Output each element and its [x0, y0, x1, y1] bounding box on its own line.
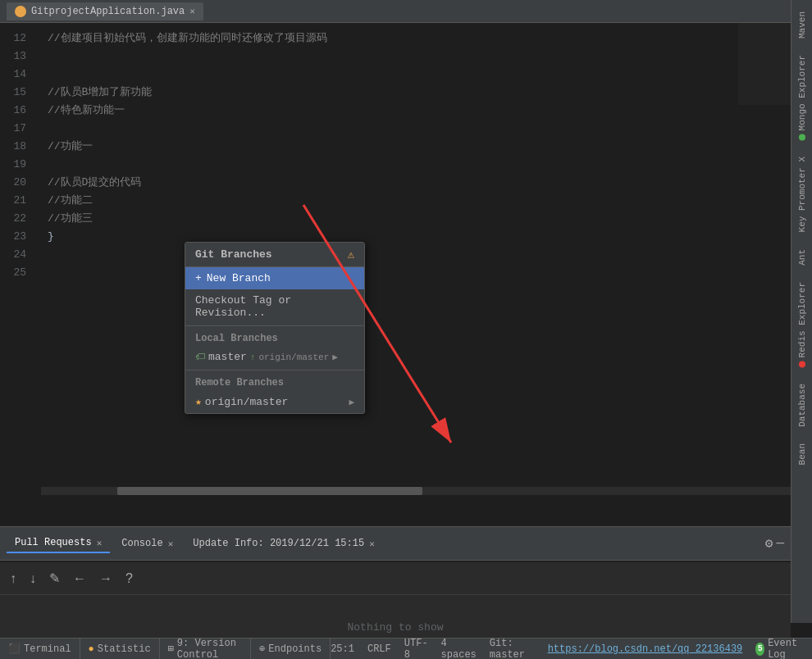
line-num: 22: [0, 210, 34, 228]
code-line: //功能二: [41, 192, 791, 210]
code-container: 12 13 14 15 16 17 18 19 20 21 22 23 24 2…: [0, 23, 791, 495]
checkout-tag-item[interactable]: Checkout Tag or Revision...: [185, 289, 364, 324]
mongo-label: Mongo Explorer: [797, 55, 807, 130]
pull-requests-tab[interactable]: Pull Requests ✕: [7, 534, 110, 553]
line-num: 23: [0, 228, 34, 246]
chevron-right-icon-2: ▶: [349, 397, 354, 407]
code-line: [41, 120, 791, 138]
h-scrollbar-thumb[interactable]: [117, 487, 422, 495]
redis-label: Redis Explorer: [797, 282, 807, 357]
line-num: 19: [0, 156, 34, 174]
code-line: //队员B增加了新功能: [41, 84, 791, 102]
terminal-icon: ⬛: [8, 643, 21, 655]
master-branch-item[interactable]: 🏷 master ↑ origin/master ▶: [185, 346, 364, 368]
plus-icon: +: [195, 272, 202, 284]
console-tab[interactable]: Console ✕: [113, 534, 181, 552]
new-branch-item[interactable]: + New Branch: [185, 267, 364, 289]
encoding: UTF-8: [404, 638, 428, 660]
help-button[interactable]: ?: [122, 570, 136, 588]
sidebar-tab-keypromote[interactable]: Key Promoter X: [794, 148, 810, 240]
editor-tab[interactable]: GitprojectApplication.java ✕: [7, 2, 203, 20]
version-control-label: 9: Version Control: [177, 638, 242, 660]
line-num: 24: [0, 246, 34, 264]
origin-master-ref: origin/master: [258, 352, 329, 362]
blog-url[interactable]: https://blog.csdn.net/qq_22136439: [548, 643, 743, 655]
database-label: Database: [797, 384, 807, 427]
bottom-toolbar: Pull Requests ✕ Console ✕ Update Info: 2…: [0, 526, 791, 561]
line-numbers: 12 13 14 15 16 17 18 19 20 21 22 23 24 2…: [0, 23, 41, 495]
sidebar-tab-ant[interactable]: Ant: [794, 241, 810, 274]
update-info-tab[interactable]: Update Info: 2019/12/21 15:15 ✕: [185, 534, 382, 552]
code-line: }: [41, 228, 791, 246]
new-branch-label: New Branch: [207, 272, 271, 284]
menu-divider: [185, 325, 364, 326]
status-right: 25:1 CRLF UTF-8 4 spaces Git: master htt…: [331, 638, 812, 660]
java-file-icon: [15, 6, 26, 17]
sidebar-tab-redis[interactable]: Redis Explorer: [794, 274, 810, 375]
console-close[interactable]: ✕: [168, 539, 174, 549]
console-actions: ↑ ↓ ✎ ← → ?: [0, 562, 791, 595]
line-num: 16: [0, 102, 34, 120]
status-left: ⬛ Terminal ● Statistic ⊞ 9: Version Cont…: [0, 639, 331, 660]
context-menu-header: Git Branches ⚠: [185, 243, 364, 267]
vc-icon: ⊞: [168, 643, 174, 655]
sidebar-tab-database[interactable]: Database: [794, 375, 810, 435]
scroll-down-button[interactable]: ↓: [26, 570, 39, 588]
nothing-to-show: Nothing to show: [347, 621, 443, 634]
line-num: 21: [0, 192, 34, 210]
h-scrollbar[interactable]: [41, 487, 804, 495]
endpoints-label: Endpoints: [268, 643, 322, 655]
line-num: 12: [0, 30, 34, 48]
event-badge: 5: [755, 643, 764, 656]
chevron-right-icon: ▶: [332, 352, 338, 362]
code-line: [41, 48, 791, 66]
tab-label: GitprojectApplication.java: [31, 6, 185, 17]
statistic-status-item[interactable]: ● Statistic: [80, 639, 160, 660]
terminal-label: Terminal: [24, 643, 71, 655]
line-num: 13: [0, 48, 34, 66]
context-menu: Git Branches ⚠ + New Branch Checkout Tag…: [185, 242, 365, 414]
maven-label: Maven: [797, 11, 807, 39]
menu-divider-2: [185, 370, 364, 370]
line-num: 25: [0, 264, 34, 282]
toolbar-minimize-icon[interactable]: —: [776, 536, 784, 551]
endpoints-status-item[interactable]: ⊕ Endpoints: [251, 639, 331, 660]
git-branch: Git: master: [490, 638, 535, 660]
toolbar-gear-icon[interactable]: ⚙: [765, 535, 773, 552]
master-label: master: [208, 351, 247, 363]
code-line: //功能一: [41, 138, 791, 156]
line-separator: CRLF: [367, 643, 391, 655]
forward-button[interactable]: →: [96, 570, 116, 588]
console-label: Console: [121, 538, 162, 549]
code-content[interactable]: //创建项目初始代码，创建新功能的同时还修改了项目源码 //队员B增加了新功能 …: [41, 23, 791, 495]
version-control-status-item[interactable]: ⊞ 9: Version Control: [160, 639, 251, 660]
pull-requests-close[interactable]: ✕: [97, 538, 103, 548]
origin-master-label: origin/master: [205, 396, 288, 408]
scroll-up-button[interactable]: ↑: [7, 570, 20, 588]
back-button[interactable]: ←: [70, 570, 89, 588]
update-info-label: Update Info: 2019/12/21 15:15: [193, 538, 364, 549]
cursor-position: 25:1: [331, 643, 354, 655]
event-log[interactable]: 5 Event Log: [755, 638, 804, 660]
tab-close-icon[interactable]: ✕: [189, 6, 195, 16]
sidebar-tab-mongo[interactable]: Mongo Explorer: [794, 47, 810, 148]
sidebar-tab-bean[interactable]: Bean: [794, 435, 810, 473]
origin-master-item[interactable]: ★ origin/master ▶: [185, 390, 364, 413]
sidebar-tab-maven[interactable]: Maven: [794, 3, 810, 47]
edit-button[interactable]: ✎: [46, 569, 63, 588]
line-num: 18: [0, 138, 34, 156]
code-line: [41, 246, 791, 264]
checkout-tag-label: Checkout Tag or Revision...: [195, 294, 354, 319]
bean-label: Bean: [797, 443, 807, 465]
code-line: //队员D提交的代码: [41, 174, 791, 192]
warning-icon: ⚠: [348, 248, 354, 261]
indentation: 4 spaces: [441, 638, 477, 660]
update-info-close[interactable]: ✕: [369, 539, 375, 549]
mongo-dot: [799, 134, 805, 140]
terminal-status-item[interactable]: ⬛ Terminal: [0, 639, 80, 660]
status-bar: ⬛ Terminal ● Statistic ⊞ 9: Version Cont…: [0, 638, 812, 659]
code-line: //特色新功能一: [41, 102, 791, 120]
right-sidebar: Maven Mongo Explorer Key Promoter X Ant …: [791, 0, 812, 623]
line-num: 14: [0, 66, 34, 84]
up-arrow-icon: ↑: [250, 352, 256, 362]
